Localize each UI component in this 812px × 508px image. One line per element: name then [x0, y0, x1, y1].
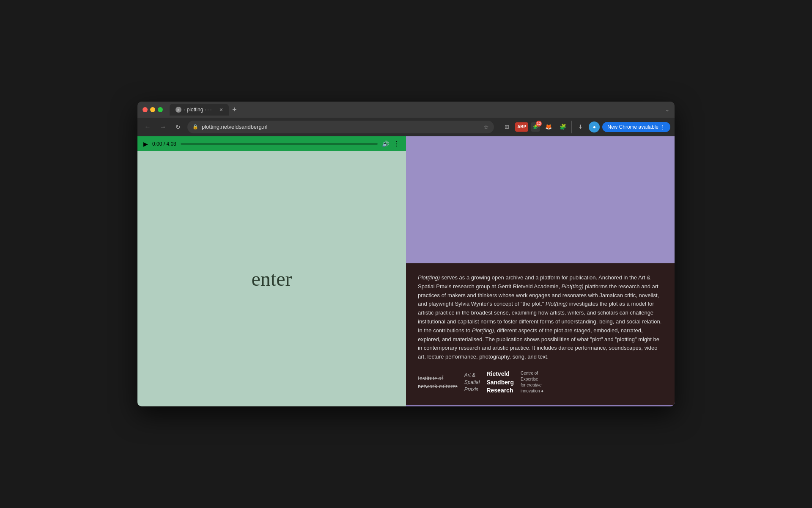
back-button[interactable]: ← — [142, 121, 154, 133]
extensions-badge-button[interactable]: 🧩 12 — [531, 122, 540, 132]
tab-title: · plotting · · · — [184, 107, 211, 113]
logo-spatial: Art & Spatial Praxis — [464, 372, 480, 393]
purple-top — [406, 136, 675, 263]
extensions-button[interactable]: 🧩 — [557, 121, 569, 133]
minimize-button[interactable] — [150, 107, 155, 112]
browser-window: p · plotting · · · × + ⌄ ← → ↻ 🔒 plottin… — [137, 102, 675, 406]
maximize-button[interactable] — [158, 107, 163, 112]
web-content: ▶ 0:00 / 4:03 🔊 ⋮ Plot(ting) serves — [137, 136, 675, 406]
enter-section[interactable]: enter — [137, 151, 406, 406]
adblock-button[interactable]: ABP — [515, 122, 528, 132]
url-bar[interactable]: 🔒 plotting.rietveldsandberg.nl ☆ — [187, 121, 494, 133]
forward-button[interactable]: → — [157, 121, 169, 133]
new-tab-button[interactable]: + — [230, 105, 239, 114]
browser-actions: ⊞ ABP 🧩 12 🦊 🧩 ⬇ ● New Chrome available … — [501, 121, 670, 133]
reload-button[interactable]: ↻ — [172, 121, 184, 133]
download-button[interactable]: ⬇ — [574, 121, 586, 133]
audio-player: ▶ 0:00 / 4:03 🔊 ⋮ — [137, 136, 406, 151]
logo-sandberg: Rietveld Sandberg Research — [486, 370, 514, 395]
video-section: ▶ 0:00 / 4:03 🔊 ⋮ — [137, 136, 406, 151]
enter-label[interactable]: enter — [252, 267, 292, 290]
progress-bar[interactable] — [181, 143, 378, 145]
volume-button[interactable]: 🔊 — [382, 141, 389, 147]
tab-favicon: p — [176, 107, 181, 113]
logo-inc: institute of network cultures — [418, 374, 458, 391]
bookmark-icon[interactable]: ☆ — [483, 124, 489, 130]
logos-row: institute of network cultures Art & Spat… — [418, 370, 663, 395]
purple-section: Plot(ting) serves as a growing open arch… — [406, 136, 675, 406]
new-chrome-menu-icon: ⋮ — [660, 124, 665, 130]
media-control-button[interactable]: ⊞ — [501, 121, 513, 133]
title-bar: p · plotting · · · × + ⌄ — [137, 102, 675, 118]
extension-count: 12 — [536, 121, 542, 127]
url-text: plotting.rietveldsandberg.nl — [202, 124, 480, 130]
fox-extension-button[interactable]: 🦊 — [543, 121, 554, 133]
logo-centre: Centre of Expertise for creative innovat… — [521, 370, 543, 394]
tab-close-button[interactable]: × — [219, 106, 223, 113]
new-chrome-label: New Chrome available — [607, 124, 658, 130]
tab-bar: p · plotting · · · × + ⌄ — [170, 104, 669, 116]
description-section: Plot(ting) serves as a growing open arch… — [406, 263, 675, 405]
current-time: 0:00 / 4:03 — [152, 141, 176, 147]
tab-list-button[interactable]: ⌄ — [665, 107, 669, 113]
profile-button[interactable]: ● — [589, 121, 600, 133]
window-controls — [143, 107, 163, 112]
lock-icon: 🔒 — [192, 124, 198, 130]
description-text: Plot(ting) serves as a growing open arch… — [418, 273, 663, 362]
new-chrome-button[interactable]: New Chrome available ⋮ — [602, 122, 670, 132]
close-button[interactable] — [143, 107, 148, 112]
play-button[interactable]: ▶ — [143, 141, 148, 147]
address-bar: ← → ↻ 🔒 plotting.rietveldsandberg.nl ☆ ⊞… — [137, 118, 675, 136]
divider — [571, 121, 572, 133]
active-tab[interactable]: p · plotting · · · × — [170, 104, 229, 116]
more-options-button[interactable]: ⋮ — [393, 140, 400, 148]
